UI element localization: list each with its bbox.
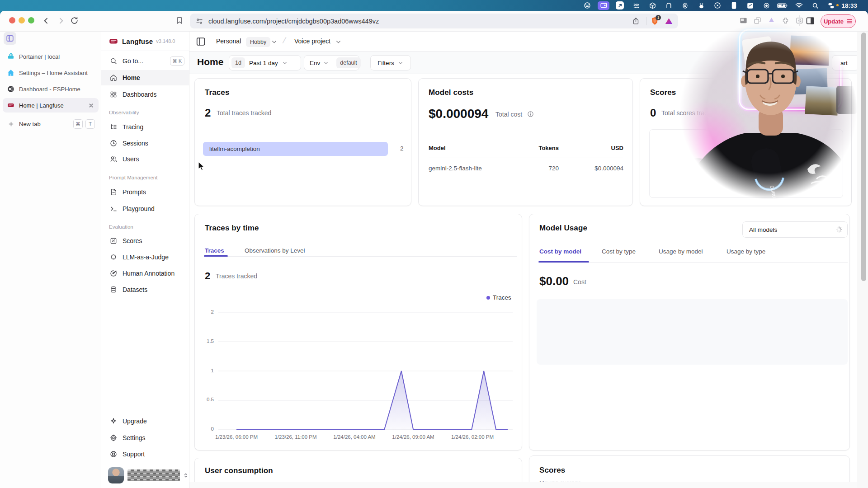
trace-name-bar[interactable]: litellm-acompletion [203,142,388,156]
model-selector[interactable]: All models [742,221,848,238]
sidebar-item-support[interactable]: Support [101,446,189,462]
browser-tab-home-assistant[interactable]: Settings – Home Assistant [3,66,99,80]
pet-status-icon[interactable] [693,0,709,11]
env-chevron-icon [323,60,329,66]
sidebar-item-datasets[interactable]: Datasets [101,282,189,297]
url-text[interactable]: cloud.langfuse.com/project/cmjdcbgbs00p3… [208,18,379,25]
scores-bottom-title: Scores [539,466,565,475]
sidebar-item-dashboards[interactable]: Dashboards [101,87,189,102]
col-model: Model [429,145,446,151]
date-range-control[interactable]: 1d Past 1 day [229,55,301,70]
lightbulb-icon [110,253,117,261]
t-keycap: T [85,119,95,129]
browser-tab-sidebar: Portainer | local Settings – Home Assist… [0,32,101,488]
user-account-row[interactable] [101,464,189,487]
window-close-button[interactable] [9,17,15,23]
tab-usage-by-type[interactable]: Usage by type [726,248,765,255]
langfuse-favicon [7,102,14,109]
reload-button[interactable] [70,16,79,27]
project-chevron-icon[interactable] [335,38,342,47]
back-button[interactable] [42,16,51,27]
env-filter-control[interactable]: Env default [304,55,359,70]
browser-tab-langfuse[interactable]: Home | Langfuse [3,98,99,113]
record-status-icon[interactable] [758,0,774,11]
webcam-overlay: nano [656,18,868,208]
sidebar-item-label: Home [123,74,140,81]
box-status-icon[interactable] [644,0,660,11]
sidebar-item-tracing[interactable]: Tracing [101,119,189,135]
window-minimize-button[interactable] [19,17,25,23]
share-icon[interactable] [632,17,640,25]
usage-chart-placeholder [537,299,848,365]
new-tab-button[interactable]: New tab ⌘ T [3,117,99,131]
sidebar-item-label: Playground [123,205,155,212]
sidebar-item-scores[interactable]: Scores [101,233,189,249]
tab-cost-by-model[interactable]: Cost by model [539,248,581,255]
browser-assist-icon[interactable] [579,0,595,11]
page-title: Home [197,56,223,67]
play-status-icon[interactable] [709,0,726,11]
usage-cost-value: $0.00 [539,274,569,288]
layers-status-icon[interactable] [742,0,758,11]
browser-tab-esphome[interactable]: Dashboard - ESPHome [3,82,99,96]
forward-button[interactable] [57,16,66,27]
org-chevron-icon[interactable] [271,38,278,47]
new-tab-label: New tab [19,121,41,127]
sidebar-item-label: LLM-as-a-Judge [123,253,169,261]
row-model: gemini-2.5-flash-lite [429,165,482,172]
tab-usage-by-model[interactable]: Usage by model [659,248,703,255]
browser-tab-portainer[interactable]: Portainer | local [3,49,99,64]
sidebar-item-human-annotation[interactable]: Human Annotation [101,266,189,281]
info-icon[interactable] [527,111,534,119]
sidebar-item-users[interactable]: Users [101,151,189,167]
browser-tab-title: Settings – Home Assistant [19,70,88,76]
browser-sidebar-panel-icon[interactable] [4,32,16,45]
trace-bar-value: 2 [400,145,404,152]
battery-status-icon[interactable] [774,0,791,11]
filters-button[interactable]: Filters [370,55,411,70]
plan-badge: Hobby [246,37,270,47]
browser-tab-title: Dashboard - ESPHome [19,86,80,93]
total-cost-label: Total cost [495,111,522,118]
spotlight-search-icon[interactable] [807,0,823,11]
shortcut-arrow-icon[interactable] [612,0,628,11]
sidebar-item-label: Settings [123,434,146,441]
usage-cost-label: Cost [573,278,586,286]
browser-tab-title: Home | Langfuse [19,102,64,109]
site-settings-icon[interactable] [196,18,203,25]
xtick-1: 1/23/26, 06:00 PM [205,434,268,440]
goto-search[interactable]: Go to... ⌘ K [101,53,189,69]
langfuse-brand[interactable]: Langfuse v3.148.0 [101,32,189,51]
sidebar-item-upgrade[interactable]: Upgrade [101,413,189,429]
window-zoom-button[interactable] [28,17,34,23]
sidebar-item-llm-judge[interactable]: LLM-as-a-Judge [101,249,189,265]
ytick-0-5: 0.5 [199,397,214,402]
waves-status-icon[interactable] [628,0,644,11]
xtick-4: 1/24/26, 09:00 AM [382,434,445,440]
chevrons-up-down-icon [183,472,189,479]
sidebar-item-home[interactable]: Home [101,70,189,85]
user-name-redacted [127,469,180,481]
panel-collapse-icon[interactable] [196,37,206,48]
model-costs-title: Model costs [429,88,473,97]
breadcrumb-org[interactable]: Personal [216,38,241,45]
brand-name: Langfuse [122,38,153,45]
magnet-status-icon[interactable] [660,0,677,11]
target-status-icon[interactable] [677,0,693,11]
screen-share-status-icon[interactable] [595,0,612,11]
gear-icon [110,434,117,441]
sidebar-item-settings[interactable]: Settings [101,430,189,446]
sidebar-item-playground[interactable]: Playground [101,201,189,216]
fast-user-switch-icon[interactable] [823,0,840,11]
wifi-status-icon[interactable] [791,0,807,11]
menu-bar-clock[interactable]: 18:33 [841,2,857,9]
model-costs-card: Model costs $0.000094 Total cost Model T… [418,78,633,206]
sidebar-item-prompts[interactable]: Prompts [101,184,189,200]
breadcrumb-project[interactable]: Voice project [294,38,330,45]
phone-status-icon[interactable] [726,0,742,11]
bookmark-icon[interactable] [175,16,184,26]
tab-cost-by-type[interactable]: Cost by type [602,248,636,255]
address-bar[interactable]: cloud.langfuse.com/project/cmjdcbgbs00p3… [190,14,678,28]
sidebar-item-sessions[interactable]: Sessions [101,136,189,151]
close-tab-icon[interactable] [88,103,94,108]
